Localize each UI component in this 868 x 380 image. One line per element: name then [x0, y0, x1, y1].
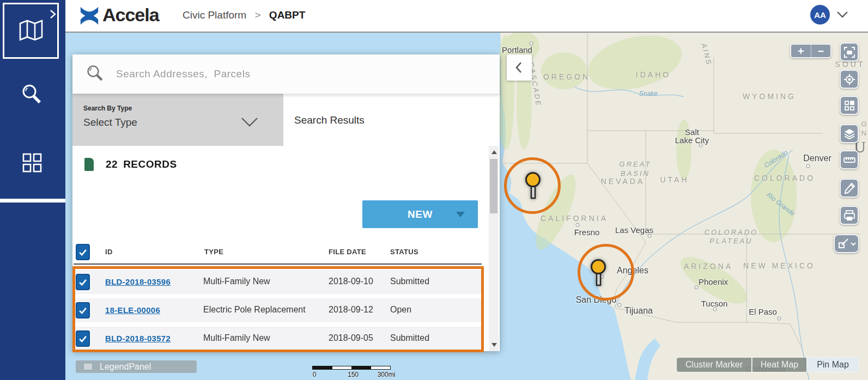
- search-input[interactable]: [115, 68, 442, 81]
- record-document-icon: [84, 158, 94, 171]
- search-by-type-label: Search By Type: [83, 105, 132, 112]
- map-label-colorado: COLORADO: [754, 174, 815, 182]
- printer-icon: [843, 209, 856, 222]
- sidebar-divider: [0, 199, 65, 203]
- map-label-phoenix: Phoenix: [699, 277, 728, 286]
- column-header-type[interactable]: TYPE: [204, 248, 223, 256]
- map-label-las-vegas: Las Vegas: [615, 225, 653, 235]
- user-avatar[interactable]: AA: [810, 5, 830, 24]
- breadcrumb: Civic Platform > QABPT: [183, 9, 305, 21]
- cluster-marker-button[interactable]: Cluster Marker: [677, 358, 751, 372]
- map-label-lake-city: Lake City: [675, 136, 709, 145]
- map-label-n-cut: N: [861, 129, 867, 137]
- scale-label-start: 0: [313, 371, 317, 378]
- ruler-icon: [843, 154, 856, 167]
- edit-tools-button[interactable]: [834, 234, 859, 253]
- plus-icon: +: [798, 46, 804, 57]
- records-summary: 22RECORDS: [84, 158, 183, 171]
- map-label-great: GREAT: [620, 160, 652, 168]
- map-label-arizona: ARIZONA: [684, 262, 733, 271]
- city-marker-san-diego: [618, 303, 622, 307]
- print-button[interactable]: [840, 206, 859, 225]
- breadcrumb-app[interactable]: Civic Platform: [183, 9, 246, 21]
- map-label-colorado-plateau-2: PLATEAU: [709, 237, 752, 245]
- pencil-icon: [843, 182, 856, 195]
- map-label-idaho: IDAHO: [636, 70, 671, 79]
- app-window: Portland OREGON IDAHO CASCADE Snake WYOM…: [0, 0, 868, 380]
- map-label-portland: Portland: [502, 45, 532, 54]
- map-label-g-cut: G: [861, 120, 867, 128]
- scroll-up-icon[interactable]: [491, 150, 497, 154]
- pin-map-button[interactable]: Pin Map: [807, 358, 859, 372]
- city-marker-las-vegas: [648, 234, 652, 238]
- city-marker-el-paso: [778, 317, 781, 321]
- scale-label-mid: 150: [348, 371, 359, 378]
- table-header-divider: [74, 263, 482, 265]
- map-scale-bar: [312, 366, 391, 370]
- city-marker-fresno: [576, 223, 580, 227]
- draw-button[interactable]: [840, 179, 859, 198]
- map-label-snake-river: Snake: [639, 90, 658, 97]
- cluster-marker-label: Cluster Marker: [685, 360, 743, 370]
- map-label-colorado-plateau-1: COLORADO: [705, 228, 758, 236]
- edit-dropdown-icon: [837, 237, 857, 250]
- extent-button[interactable]: [840, 42, 859, 62]
- scroll-down-icon[interactable]: [491, 343, 497, 347]
- map-label-nevada: NEVADA: [601, 177, 645, 186]
- tool-sidebar: [0, 0, 65, 380]
- annotation-rectangle-rows: [72, 266, 484, 352]
- search-tool-icon: [21, 83, 44, 107]
- breadcrumb-separator-icon: >: [254, 9, 260, 21]
- results-title: Search Results: [294, 114, 365, 126]
- basemap-icon: [843, 99, 856, 112]
- sidebar-item-search[interactable]: [20, 83, 45, 108]
- annotation-circle-sacramento: [504, 157, 561, 214]
- results-scrollbar[interactable]: [489, 146, 499, 351]
- column-header-file-date[interactable]: FILE DATE: [329, 248, 366, 256]
- column-header-id[interactable]: ID: [105, 248, 113, 256]
- map-label-el-paso: El Paso: [749, 307, 777, 316]
- select-all-checkbox[interactable]: [76, 244, 90, 260]
- map-label-utah: UTAH: [660, 175, 689, 184]
- scale-label-end: 300mi: [378, 371, 396, 378]
- map-label-denver: Denver: [803, 154, 831, 163]
- basemap-button[interactable]: [840, 96, 859, 115]
- heat-map-button[interactable]: Heat Map: [752, 358, 806, 372]
- results-header: Search Results: [283, 94, 500, 146]
- expand-sidebar-icon[interactable]: [49, 9, 57, 20]
- city-marker-portland: [530, 42, 533, 46]
- map-icon: [18, 19, 44, 43]
- legend-checkbox-icon: [84, 364, 92, 370]
- measure-button[interactable]: [840, 150, 859, 169]
- scrollbar-thumb[interactable]: [490, 159, 497, 213]
- map-label-wyoming: WYOMING: [743, 92, 796, 101]
- accela-logo-icon: [79, 5, 100, 26]
- pin-map-label: Pin Map: [817, 360, 849, 370]
- zoom-out-button[interactable]: −: [811, 45, 831, 57]
- grid-icon: [22, 152, 43, 173]
- search-by-type-value: Select Type: [83, 117, 137, 128]
- map-label-tijuana: Tijuana: [624, 306, 653, 316]
- zoom-in-button[interactable]: +: [791, 45, 811, 57]
- city-marker-tucson: [713, 308, 717, 311]
- locate-button[interactable]: [840, 70, 859, 89]
- sidebar-item-apps[interactable]: [21, 151, 44, 174]
- records-label: RECORDS: [123, 158, 177, 170]
- layers-icon: [843, 127, 856, 140]
- user-menu-chevron-icon[interactable]: [836, 11, 848, 19]
- sidebar-item-map[interactable]: [3, 3, 59, 59]
- collapse-panel-button[interactable]: [507, 54, 532, 81]
- chevron-down-icon: [240, 117, 259, 127]
- heat-map-label: Heat Map: [761, 360, 798, 370]
- layers-button[interactable]: [840, 124, 859, 143]
- new-record-button[interactable]: NEW: [362, 200, 478, 228]
- new-button-label: NEW: [408, 209, 433, 220]
- locate-icon: [843, 73, 856, 86]
- accela-logo-text[interactable]: Accela: [102, 4, 159, 26]
- search-by-type-selector[interactable]: Search By Type Select Type: [72, 94, 283, 146]
- legend-panel-button[interactable]: LegendPanel: [76, 360, 197, 373]
- map-label-tucson: Tucson: [701, 299, 728, 308]
- column-header-status[interactable]: STATUS: [390, 248, 418, 256]
- app-header: Accela Civic Platform > QABPT AA: [65, 0, 868, 33]
- map-label-california: CALIFORNIA: [541, 214, 608, 223]
